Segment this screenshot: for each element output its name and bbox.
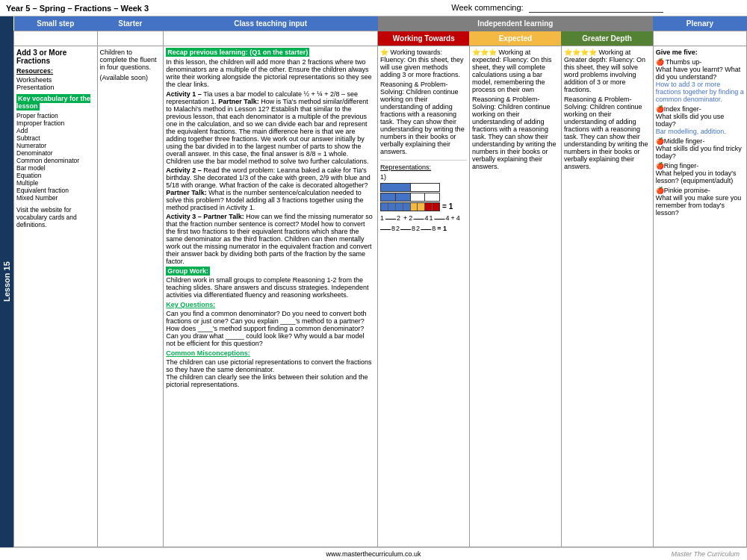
middle-label: 🍎Middle finger- bbox=[656, 137, 705, 145]
resource-worksheets: Worksheets bbox=[16, 76, 95, 84]
key-vocab-label: Key vocabulary for the lesson bbox=[16, 94, 90, 111]
small-step-cell: Add 3 or More Fractions Resources: Works… bbox=[14, 46, 98, 547]
wt-star: ⭐ bbox=[380, 49, 391, 56]
gd-text2: Reasoning & Problem-Solving: Children co… bbox=[564, 96, 651, 170]
rep-label: Representations: bbox=[380, 164, 467, 171]
activity2-label: Activity 2 – bbox=[166, 167, 203, 174]
exp-text2: Reasoning & Problem-Solving: Children co… bbox=[472, 96, 559, 170]
col-header-plenary: Plenary bbox=[653, 16, 746, 31]
col-header-small-step: Small step bbox=[14, 16, 98, 31]
col-header-independent: Independent learning bbox=[378, 16, 654, 31]
index-highlight: Bar modelling, addition. bbox=[656, 128, 726, 135]
rep-item1: 1) bbox=[380, 173, 467, 181]
col-header-working-towards: Working Towards bbox=[378, 31, 470, 46]
starter-available: (Available soon) bbox=[100, 74, 161, 81]
footer-watermark: Master The Curriculum bbox=[671, 550, 740, 558]
page-title: Year 5 – Spring – Fractions – Week 3 bbox=[6, 4, 374, 13]
working-towards-cell: ⭐ Working towards: Fluency: On this shee… bbox=[378, 46, 470, 547]
thumbs-highlight: How to add 3 or more fractions together … bbox=[656, 81, 744, 103]
key-questions-text: Can you find a common denominator? Do yo… bbox=[166, 310, 375, 347]
footer: www.masterthecurriculum.co.uk Master The… bbox=[0, 547, 747, 560]
activity1-text: Tia uses a bar model to calculate ½ + ¼ … bbox=[166, 90, 368, 165]
col-header-starter: Starter bbox=[97, 16, 164, 31]
exp-stars: ⭐⭐⭐ bbox=[472, 49, 499, 56]
wt-text1: Working towards: Fluency: On this sheet,… bbox=[380, 49, 464, 78]
expected-cell: ⭐⭐⭐ Working at expected: Fluency: On thi… bbox=[469, 46, 561, 547]
thumbs-text: What have you learnt? What did you under… bbox=[656, 66, 741, 81]
ring-label: 🍎Ring finger- bbox=[656, 162, 699, 169]
plenary-intro: Give me five: bbox=[656, 49, 744, 56]
col-header-greater-depth: Greater Depth bbox=[561, 31, 653, 46]
activity3-text: Partner Talk: How can we find the missin… bbox=[166, 213, 372, 265]
greater-depth-cell: ⭐⭐⭐⭐ Working at Greater depth: Fluency: … bbox=[561, 46, 653, 547]
activity3-label: Activity 3 – bbox=[166, 213, 203, 220]
ring-text: What helped you in today's lesson? (equi… bbox=[656, 169, 737, 184]
misconceptions-text: The children can use pictorial represent… bbox=[166, 358, 375, 388]
key-questions-label: Key Questions: bbox=[166, 301, 215, 308]
col-header-expected: Expected bbox=[469, 31, 561, 46]
pinkie-text: What will you make sure you remember fro… bbox=[656, 194, 742, 217]
footer-website: www.masterthecurriculum.co.uk bbox=[7, 550, 740, 558]
plenary-cell: Give me five: 🍎 Thumbs up- What have you… bbox=[653, 46, 746, 547]
index-text: What skills did you use today? bbox=[656, 113, 725, 128]
index-label: 🍎Index finger- bbox=[656, 105, 701, 113]
wt-text2: Reasoning & Problem-Solving: Children co… bbox=[380, 81, 467, 155]
col-header-teaching: Class teaching input bbox=[164, 16, 378, 31]
week-commencing-label: Week commencing: bbox=[374, 3, 741, 13]
starter-cell: Children to complete the fluent in four … bbox=[97, 46, 164, 547]
starter-text: Children to complete the fluent in four … bbox=[100, 49, 161, 71]
teaching-cell: Recap previous learning: (Q1 on the star… bbox=[164, 46, 378, 547]
resource-presentation: Presentation bbox=[16, 84, 95, 91]
lesson-label: Lesson 15 bbox=[0, 16, 13, 547]
resources-label: Resources: bbox=[16, 67, 53, 75]
top-header: Year 5 – Spring – Fractions – Week 3 Wee… bbox=[0, 0, 747, 16]
small-step-title: Add 3 or More Fractions bbox=[16, 49, 95, 65]
activity1-label: Activity 1 – bbox=[166, 90, 203, 98]
pinkie-label: 🍎Pinkie promise- bbox=[656, 187, 710, 194]
recap-label: Recap previous learning: (Q1 on the star… bbox=[166, 48, 309, 57]
visit-text: Visit the website for vocabulary cards a… bbox=[16, 206, 95, 228]
vocab-list: Proper fraction Improper fraction Add Su… bbox=[16, 112, 95, 202]
misconceptions-label: Common Misconceptions: bbox=[166, 349, 250, 357]
middle-text: What skills did you find tricky today? bbox=[656, 145, 742, 160]
group-work-text: Children work in small groups to complet… bbox=[166, 276, 375, 299]
group-work-label: Group Work: bbox=[166, 267, 210, 276]
thumbs-label: 🍎 Thumbs up- bbox=[656, 58, 701, 66]
recap-text: In this lesson, the children will add mo… bbox=[166, 58, 375, 88]
gd-stars: ⭐⭐⭐⭐ bbox=[564, 49, 599, 56]
